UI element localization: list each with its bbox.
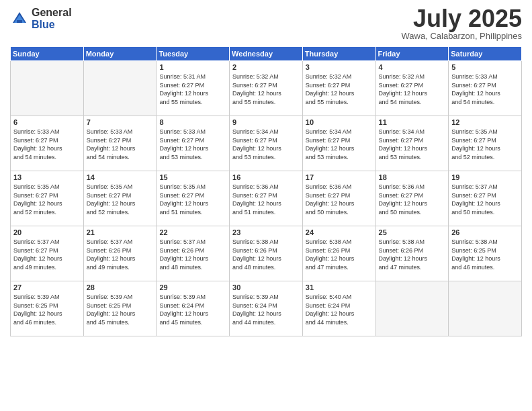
calendar-cell: 7Sunrise: 5:33 AM Sunset: 6:27 PM Daylig… [83, 116, 157, 171]
calendar-cell: 21Sunrise: 5:37 AM Sunset: 6:26 PM Dayli… [83, 226, 157, 281]
day-number: 14 [87, 173, 154, 181]
page: General Blue July 2025 Wawa, Calabarzon,… [0, 0, 532, 411]
day-info: Sunrise: 5:34 AM Sunset: 6:27 PM Dayligh… [379, 128, 446, 161]
calendar: Sunday Monday Tuesday Wednesday Thursday… [10, 46, 522, 336]
calendar-cell: 12Sunrise: 5:35 AM Sunset: 6:27 PM Dayli… [449, 116, 522, 171]
calendar-cell: 15Sunrise: 5:35 AM Sunset: 6:27 PM Dayli… [157, 171, 230, 226]
day-info: Sunrise: 5:33 AM Sunset: 6:27 PM Dayligh… [87, 128, 154, 161]
logo-general-text: General [32, 7, 72, 19]
calendar-cell: 29Sunrise: 5:39 AM Sunset: 6:24 PM Dayli… [157, 281, 230, 336]
day-number: 5 [451, 63, 519, 71]
calendar-cell: 26Sunrise: 5:38 AM Sunset: 6:25 PM Dayli… [449, 226, 522, 281]
calendar-cell: 16Sunrise: 5:36 AM Sunset: 6:27 PM Dayli… [230, 171, 303, 226]
calendar-week-1: 1Sunrise: 5:31 AM Sunset: 6:27 PM Daylig… [11, 61, 522, 116]
day-number: 6 [13, 118, 81, 126]
calendar-cell [83, 61, 157, 116]
calendar-cell: 27Sunrise: 5:39 AM Sunset: 6:25 PM Dayli… [11, 281, 84, 336]
col-tuesday: Tuesday [157, 47, 230, 61]
svg-rect-2 [17, 20, 22, 23]
day-info: Sunrise: 5:33 AM Sunset: 6:27 PM Dayligh… [159, 128, 226, 161]
calendar-cell: 20Sunrise: 5:37 AM Sunset: 6:27 PM Dayli… [11, 226, 84, 281]
location: Wawa, Calabarzon, Philippines [402, 31, 522, 41]
calendar-week-4: 20Sunrise: 5:37 AM Sunset: 6:27 PM Dayli… [11, 226, 522, 281]
calendar-cell: 14Sunrise: 5:35 AM Sunset: 6:27 PM Dayli… [83, 171, 157, 226]
logo-text: General Blue [32, 7, 72, 30]
day-number: 28 [87, 283, 154, 291]
calendar-cell: 13Sunrise: 5:35 AM Sunset: 6:27 PM Dayli… [11, 171, 84, 226]
calendar-cell: 6Sunrise: 5:33 AM Sunset: 6:27 PM Daylig… [11, 116, 84, 171]
calendar-cell: 30Sunrise: 5:39 AM Sunset: 6:24 PM Dayli… [230, 281, 303, 336]
day-info: Sunrise: 5:38 AM Sunset: 6:26 PM Dayligh… [232, 238, 300, 271]
day-info: Sunrise: 5:36 AM Sunset: 6:27 PM Dayligh… [232, 183, 300, 216]
col-saturday: Saturday [449, 47, 522, 61]
calendar-cell: 17Sunrise: 5:36 AM Sunset: 6:27 PM Dayli… [302, 171, 375, 226]
day-number: 25 [379, 228, 446, 236]
col-wednesday: Wednesday [230, 47, 303, 61]
calendar-cell: 2Sunrise: 5:32 AM Sunset: 6:27 PM Daylig… [230, 61, 303, 116]
day-info: Sunrise: 5:37 AM Sunset: 6:27 PM Dayligh… [13, 238, 81, 271]
day-number: 29 [159, 283, 226, 291]
day-number: 18 [379, 173, 446, 181]
day-info: Sunrise: 5:35 AM Sunset: 6:27 PM Dayligh… [159, 183, 226, 216]
calendar-cell: 19Sunrise: 5:37 AM Sunset: 6:27 PM Dayli… [449, 171, 522, 226]
calendar-cell: 4Sunrise: 5:32 AM Sunset: 6:27 PM Daylig… [375, 61, 449, 116]
day-info: Sunrise: 5:40 AM Sunset: 6:24 PM Dayligh… [306, 293, 373, 326]
day-number: 23 [232, 228, 300, 236]
day-info: Sunrise: 5:38 AM Sunset: 6:25 PM Dayligh… [451, 238, 519, 271]
day-info: Sunrise: 5:33 AM Sunset: 6:27 PM Dayligh… [451, 73, 519, 106]
day-number: 16 [232, 173, 300, 181]
day-info: Sunrise: 5:39 AM Sunset: 6:25 PM Dayligh… [87, 293, 154, 326]
day-info: Sunrise: 5:35 AM Sunset: 6:27 PM Dayligh… [451, 128, 519, 161]
calendar-cell: 22Sunrise: 5:37 AM Sunset: 6:26 PM Dayli… [157, 226, 230, 281]
calendar-cell: 24Sunrise: 5:38 AM Sunset: 6:26 PM Dayli… [302, 226, 375, 281]
day-info: Sunrise: 5:34 AM Sunset: 6:27 PM Dayligh… [306, 128, 373, 161]
calendar-cell: 23Sunrise: 5:38 AM Sunset: 6:26 PM Dayli… [230, 226, 303, 281]
day-info: Sunrise: 5:36 AM Sunset: 6:27 PM Dayligh… [379, 183, 446, 216]
day-info: Sunrise: 5:32 AM Sunset: 6:27 PM Dayligh… [232, 73, 300, 106]
day-info: Sunrise: 5:31 AM Sunset: 6:27 PM Dayligh… [159, 73, 226, 106]
col-friday: Friday [375, 47, 449, 61]
day-info: Sunrise: 5:38 AM Sunset: 6:26 PM Dayligh… [379, 238, 446, 271]
calendar-cell: 11Sunrise: 5:34 AM Sunset: 6:27 PM Dayli… [375, 116, 449, 171]
day-info: Sunrise: 5:38 AM Sunset: 6:26 PM Dayligh… [306, 238, 373, 271]
col-monday: Monday [83, 47, 157, 61]
day-info: Sunrise: 5:34 AM Sunset: 6:27 PM Dayligh… [232, 128, 300, 161]
calendar-cell: 5Sunrise: 5:33 AM Sunset: 6:27 PM Daylig… [449, 61, 522, 116]
header-row: Sunday Monday Tuesday Wednesday Thursday… [11, 47, 522, 61]
logo: General Blue [10, 7, 72, 30]
day-number: 1 [159, 63, 226, 71]
calendar-cell: 1Sunrise: 5:31 AM Sunset: 6:27 PM Daylig… [157, 61, 230, 116]
calendar-cell: 9Sunrise: 5:34 AM Sunset: 6:27 PM Daylig… [230, 116, 303, 171]
day-info: Sunrise: 5:32 AM Sunset: 6:27 PM Dayligh… [306, 73, 373, 106]
day-number: 4 [379, 63, 446, 71]
logo-blue-text: Blue [32, 19, 72, 31]
day-number: 22 [159, 228, 226, 236]
calendar-cell: 25Sunrise: 5:38 AM Sunset: 6:26 PM Dayli… [375, 226, 449, 281]
day-number: 9 [232, 118, 300, 126]
calendar-cell: 8Sunrise: 5:33 AM Sunset: 6:27 PM Daylig… [157, 116, 230, 171]
day-info: Sunrise: 5:35 AM Sunset: 6:27 PM Dayligh… [87, 183, 154, 216]
col-sunday: Sunday [11, 47, 84, 61]
logo-icon [10, 9, 29, 28]
day-number: 11 [379, 118, 446, 126]
calendar-week-2: 6Sunrise: 5:33 AM Sunset: 6:27 PM Daylig… [11, 116, 522, 171]
day-info: Sunrise: 5:32 AM Sunset: 6:27 PM Dayligh… [379, 73, 446, 106]
day-number: 20 [13, 228, 81, 236]
day-number: 13 [13, 173, 81, 181]
calendar-cell: 18Sunrise: 5:36 AM Sunset: 6:27 PM Dayli… [375, 171, 449, 226]
day-number: 31 [306, 283, 373, 291]
day-number: 3 [306, 63, 373, 71]
day-number: 27 [13, 283, 81, 291]
day-info: Sunrise: 5:37 AM Sunset: 6:26 PM Dayligh… [159, 238, 226, 271]
day-info: Sunrise: 5:37 AM Sunset: 6:26 PM Dayligh… [87, 238, 154, 271]
day-info: Sunrise: 5:37 AM Sunset: 6:27 PM Dayligh… [451, 183, 519, 216]
calendar-cell [375, 281, 449, 336]
day-number: 21 [87, 228, 154, 236]
day-info: Sunrise: 5:35 AM Sunset: 6:27 PM Dayligh… [13, 183, 81, 216]
day-info: Sunrise: 5:33 AM Sunset: 6:27 PM Dayligh… [13, 128, 81, 161]
calendar-cell [449, 281, 522, 336]
day-number: 12 [451, 118, 519, 126]
day-number: 26 [451, 228, 519, 236]
calendar-cell [11, 61, 84, 116]
calendar-week-3: 13Sunrise: 5:35 AM Sunset: 6:27 PM Dayli… [11, 171, 522, 226]
